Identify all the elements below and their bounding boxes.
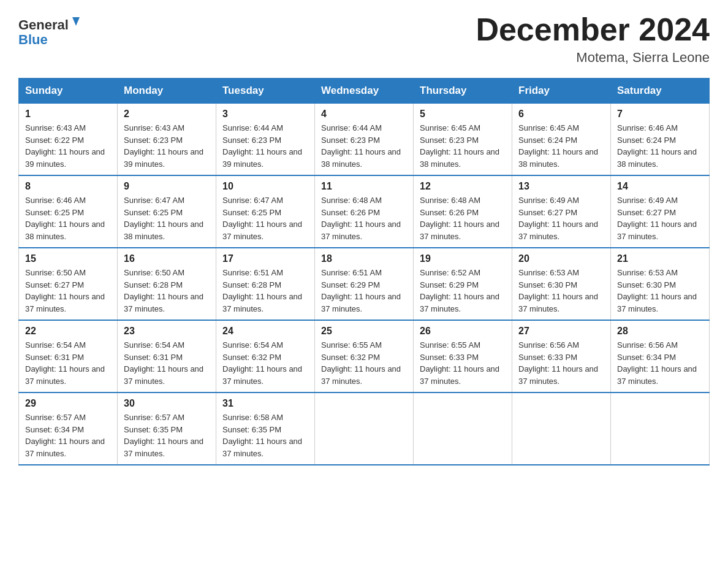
day-info: Sunrise: 6:45 AMSunset: 6:23 PMDaylight:… [420,122,506,170]
day-info: Sunrise: 6:51 AMSunset: 6:29 PMDaylight:… [321,267,407,315]
svg-marker-1 [72,17,80,26]
table-row: 15 Sunrise: 6:50 AMSunset: 6:27 PMDaylig… [19,248,118,320]
day-info: Sunrise: 6:54 AMSunset: 6:31 PMDaylight:… [25,339,111,387]
table-row: 4 Sunrise: 6:44 AMSunset: 6:23 PMDayligh… [315,104,414,176]
page-header: GeneralBlue December 2024 Motema, Sierra… [18,12,710,66]
day-number: 7 [617,109,703,120]
col-monday: Monday [118,79,216,104]
calendar-week-row: 8 Sunrise: 6:46 AMSunset: 6:25 PMDayligh… [19,175,710,248]
day-number: 4 [321,109,407,120]
day-info: Sunrise: 6:54 AMSunset: 6:31 PMDaylight:… [124,339,210,387]
table-row: 26 Sunrise: 6:55 AMSunset: 6:33 PMDaylig… [414,320,512,393]
table-row: 6 Sunrise: 6:45 AMSunset: 6:24 PMDayligh… [512,104,611,176]
col-tuesday: Tuesday [216,79,315,104]
day-info: Sunrise: 6:50 AMSunset: 6:27 PMDaylight:… [25,267,111,315]
day-number: 12 [420,181,506,192]
day-info: Sunrise: 6:52 AMSunset: 6:29 PMDaylight:… [420,267,506,315]
day-info: Sunrise: 6:43 AMSunset: 6:22 PMDaylight:… [25,122,111,170]
calendar-week-row: 1 Sunrise: 6:43 AMSunset: 6:22 PMDayligh… [19,104,710,176]
day-info: Sunrise: 6:53 AMSunset: 6:30 PMDaylight:… [518,267,604,315]
table-row: 22 Sunrise: 6:54 AMSunset: 6:31 PMDaylig… [19,320,118,393]
table-row: 12 Sunrise: 6:48 AMSunset: 6:26 PMDaylig… [414,175,512,248]
day-number: 31 [222,398,308,409]
day-info: Sunrise: 6:56 AMSunset: 6:34 PMDaylight:… [617,339,703,387]
day-number: 15 [25,253,111,264]
table-row: 31 Sunrise: 6:58 AMSunset: 6:35 PMDaylig… [216,393,315,465]
table-row [315,393,414,465]
day-info: Sunrise: 6:49 AMSunset: 6:27 PMDaylight:… [518,194,604,242]
day-info: Sunrise: 6:57 AMSunset: 6:35 PMDaylight:… [124,412,210,459]
col-wednesday: Wednesday [315,79,414,104]
table-row: 10 Sunrise: 6:47 AMSunset: 6:25 PMDaylig… [216,175,315,248]
table-row: 29 Sunrise: 6:57 AMSunset: 6:34 PMDaylig… [19,393,118,465]
logo: GeneralBlue [18,12,86,52]
table-row: 13 Sunrise: 6:49 AMSunset: 6:27 PMDaylig… [512,175,611,248]
day-number: 11 [321,181,407,192]
table-row: 25 Sunrise: 6:55 AMSunset: 6:32 PMDaylig… [315,320,414,393]
day-number: 21 [617,253,703,264]
table-row: 9 Sunrise: 6:47 AMSunset: 6:25 PMDayligh… [118,175,216,248]
day-number: 19 [420,253,506,264]
day-info: Sunrise: 6:48 AMSunset: 6:26 PMDaylight:… [321,194,407,242]
table-row: 27 Sunrise: 6:56 AMSunset: 6:33 PMDaylig… [512,320,611,393]
calendar-header-row: Sunday Monday Tuesday Wednesday Thursday… [19,79,710,104]
col-saturday: Saturday [611,79,710,104]
svg-text:Blue: Blue [18,32,48,47]
day-number: 8 [25,181,111,192]
table-row: 1 Sunrise: 6:43 AMSunset: 6:22 PMDayligh… [19,104,118,176]
title-block: December 2024 Motema, Sierra Leone [476,12,710,66]
day-info: Sunrise: 6:55 AMSunset: 6:32 PMDaylight:… [321,339,407,387]
table-row: 16 Sunrise: 6:50 AMSunset: 6:28 PMDaylig… [118,248,216,320]
table-row [611,393,710,465]
day-number: 22 [25,326,111,337]
day-number: 10 [222,181,308,192]
day-info: Sunrise: 6:57 AMSunset: 6:34 PMDaylight:… [25,412,111,459]
day-number: 6 [518,109,604,120]
month-title: December 2024 [476,12,710,47]
table-row: 19 Sunrise: 6:52 AMSunset: 6:29 PMDaylig… [414,248,512,320]
day-info: Sunrise: 6:44 AMSunset: 6:23 PMDaylight:… [222,122,308,170]
svg-text:General: General [18,17,69,33]
day-info: Sunrise: 6:53 AMSunset: 6:30 PMDaylight:… [617,267,703,315]
day-info: Sunrise: 6:50 AMSunset: 6:28 PMDaylight:… [124,267,210,315]
calendar-week-row: 29 Sunrise: 6:57 AMSunset: 6:34 PMDaylig… [19,393,710,465]
day-info: Sunrise: 6:47 AMSunset: 6:25 PMDaylight:… [222,194,308,242]
table-row: 28 Sunrise: 6:56 AMSunset: 6:34 PMDaylig… [611,320,710,393]
col-friday: Friday [512,79,611,104]
day-number: 20 [518,253,604,264]
day-number: 9 [124,181,210,192]
table-row [414,393,512,465]
day-number: 13 [518,181,604,192]
day-info: Sunrise: 6:56 AMSunset: 6:33 PMDaylight:… [518,339,604,387]
day-info: Sunrise: 6:44 AMSunset: 6:23 PMDaylight:… [321,122,407,170]
day-info: Sunrise: 6:43 AMSunset: 6:23 PMDaylight:… [124,122,210,170]
day-info: Sunrise: 6:46 AMSunset: 6:24 PMDaylight:… [617,122,703,170]
table-row: 17 Sunrise: 6:51 AMSunset: 6:28 PMDaylig… [216,248,315,320]
day-number: 2 [124,109,210,120]
day-info: Sunrise: 6:45 AMSunset: 6:24 PMDaylight:… [518,122,604,170]
table-row: 8 Sunrise: 6:46 AMSunset: 6:25 PMDayligh… [19,175,118,248]
table-row: 18 Sunrise: 6:51 AMSunset: 6:29 PMDaylig… [315,248,414,320]
table-row: 2 Sunrise: 6:43 AMSunset: 6:23 PMDayligh… [118,104,216,176]
col-sunday: Sunday [19,79,118,104]
day-number: 30 [124,398,210,409]
day-number: 29 [25,398,111,409]
calendar-week-row: 22 Sunrise: 6:54 AMSunset: 6:31 PMDaylig… [19,320,710,393]
table-row: 21 Sunrise: 6:53 AMSunset: 6:30 PMDaylig… [611,248,710,320]
table-row: 3 Sunrise: 6:44 AMSunset: 6:23 PMDayligh… [216,104,315,176]
table-row: 20 Sunrise: 6:53 AMSunset: 6:30 PMDaylig… [512,248,611,320]
day-info: Sunrise: 6:46 AMSunset: 6:25 PMDaylight:… [25,194,111,242]
table-row: 30 Sunrise: 6:57 AMSunset: 6:35 PMDaylig… [118,393,216,465]
day-number: 24 [222,326,308,337]
day-number: 25 [321,326,407,337]
day-info: Sunrise: 6:54 AMSunset: 6:32 PMDaylight:… [222,339,308,387]
table-row: 23 Sunrise: 6:54 AMSunset: 6:31 PMDaylig… [118,320,216,393]
day-number: 5 [420,109,506,120]
day-number: 27 [518,326,604,337]
table-row: 7 Sunrise: 6:46 AMSunset: 6:24 PMDayligh… [611,104,710,176]
day-number: 3 [222,109,308,120]
day-info: Sunrise: 6:49 AMSunset: 6:27 PMDaylight:… [617,194,703,242]
calendar-week-row: 15 Sunrise: 6:50 AMSunset: 6:27 PMDaylig… [19,248,710,320]
col-thursday: Thursday [414,79,512,104]
day-info: Sunrise: 6:58 AMSunset: 6:35 PMDaylight:… [222,412,308,459]
